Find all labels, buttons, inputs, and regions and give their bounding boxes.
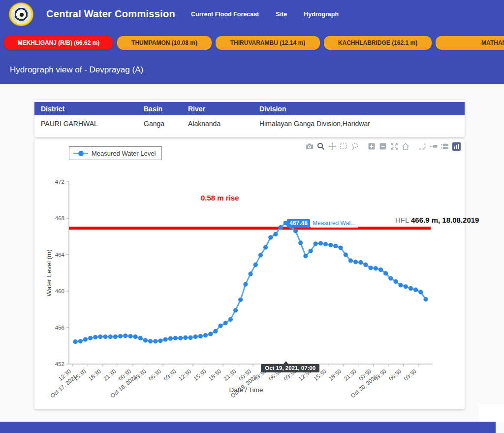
box-select-icon[interactable] — [339, 142, 348, 151]
lasso-select-icon[interactable] — [350, 142, 359, 151]
nav-hydrograph[interactable]: Hydrograph — [304, 11, 339, 18]
svg-text:12:30: 12:30 — [178, 368, 192, 382]
series-point — [413, 288, 418, 292]
svg-text:Water Level (m): Water Level (m) — [45, 249, 53, 297]
hfl-annotation: HFL 466.9 m, 18.08.2019 — [395, 216, 479, 224]
svg-text:09:30: 09:30 — [403, 368, 417, 382]
series-point — [333, 244, 338, 248]
series-point — [358, 260, 363, 265]
series-point — [268, 235, 273, 239]
series-point — [168, 336, 173, 341]
reset-axes-home-icon[interactable] — [401, 142, 410, 151]
zoom-out-icon[interactable] — [378, 142, 387, 151]
series-point — [323, 242, 328, 246]
spike-lines-icon[interactable] — [418, 142, 427, 151]
svg-text:472: 472 — [55, 179, 64, 185]
autoscale-icon[interactable] — [390, 142, 399, 151]
nav-site[interactable]: Site — [276, 11, 287, 18]
series-point — [383, 271, 388, 275]
series-point — [348, 258, 353, 263]
station-tab-1[interactable]: THUMPAMON (10.08 m) — [117, 36, 212, 50]
svg-text:452: 452 — [55, 361, 64, 367]
legend[interactable]: Measured Water Level — [69, 146, 162, 160]
app-header: Central Water Commission Current Flood F… — [0, 0, 504, 28]
plotly-logo-icon[interactable] — [452, 142, 461, 151]
series-point — [418, 290, 423, 294]
series-point — [183, 335, 188, 340]
svg-text:18:30: 18:30 — [328, 368, 343, 382]
hover-closest-icon[interactable] — [429, 142, 438, 151]
svg-text:21:30: 21:30 — [343, 368, 357, 382]
svg-text:06:30: 06:30 — [148, 368, 162, 382]
series-point — [138, 336, 143, 340]
hfl-prefix: HFL — [395, 216, 409, 224]
hydrograph-plot[interactable]: 45245646046446847212:30Oct 17, 202115:30… — [34, 139, 465, 409]
content-area: District Basin River Division PAURI GARH… — [0, 84, 504, 422]
series-point — [83, 337, 88, 342]
cell-basin: Ganga — [144, 120, 188, 128]
series-point — [73, 339, 78, 344]
series-point — [388, 276, 393, 281]
svg-text:09:30: 09:30 — [162, 368, 177, 382]
hydrograph-banner: Hydrograph view of - Devprayag (A) — [0, 56, 504, 84]
series-point — [148, 339, 153, 343]
series-point — [213, 329, 218, 333]
series-point — [318, 241, 323, 245]
station-tab-3[interactable]: KACHHLABRIDGE (162.1 m) — [324, 36, 432, 50]
svg-text:15:30: 15:30 — [72, 368, 87, 382]
series-point — [123, 333, 127, 338]
series-point — [133, 334, 138, 339]
column-header-basin: Basin — [144, 105, 188, 113]
series-point — [344, 252, 348, 257]
series-point — [103, 334, 108, 339]
series-point — [108, 334, 113, 339]
plot-modebar — [305, 142, 461, 151]
app-title: Central Water Commission — [46, 8, 175, 20]
rise-annotation: 0.58 m rise — [201, 194, 239, 202]
series-point — [369, 266, 373, 270]
nav-current-flood-forecast[interactable]: Current Flood Forecast — [191, 11, 259, 18]
series-point — [158, 338, 162, 343]
pan-icon[interactable] — [328, 142, 337, 151]
series-point — [243, 282, 248, 287]
column-header-division: Division — [259, 105, 465, 113]
hover-value-badge: 467.48 — [287, 219, 310, 228]
table-header: District Basin River Division — [34, 102, 465, 115]
page-title: Hydrograph view of - Devprayag (A) — [10, 65, 143, 75]
series-point — [223, 321, 228, 325]
station-tab-2[interactable]: THIRUVARAMBU (12.14 m) — [216, 36, 320, 50]
svg-text:18:30: 18:30 — [88, 368, 102, 382]
table-row: PAURI GARHWAL Ganga Alaknanda Himalayan … — [34, 115, 465, 132]
download-camera-icon[interactable] — [305, 142, 314, 151]
series-point — [203, 333, 208, 337]
station-tab-4[interactable]: MATHANI ROAD BR — [436, 36, 504, 50]
series-point — [238, 298, 243, 302]
hover-compare-icon[interactable] — [441, 142, 449, 151]
series-point — [118, 334, 123, 338]
series-point — [298, 240, 303, 245]
xaxis-hover-tooltip: Oct 19, 2021, 07:00 — [261, 364, 319, 372]
hydrograph-card: 45245646046446847212:30Oct 17, 202115:30… — [34, 139, 465, 409]
cell-division: Himalayan Ganga Division,Haridwar — [259, 120, 465, 128]
svg-text:21:30: 21:30 — [102, 368, 117, 382]
series-line — [75, 223, 426, 342]
series-point — [78, 339, 83, 343]
station-tabs-strip: MEKHLIGANJ (R/B) (66.62 m)THUMPAMON (10.… — [0, 28, 504, 56]
hover-series-label: Measured Wat... — [311, 219, 358, 228]
zoom-icon[interactable] — [316, 142, 325, 151]
series-point — [163, 337, 168, 342]
series-point — [208, 332, 213, 336]
series-point — [248, 271, 252, 276]
series-point — [93, 335, 97, 339]
series-point — [273, 232, 278, 236]
svg-text:03:30: 03:30 — [132, 368, 147, 382]
series-point — [98, 334, 102, 339]
zoom-in-icon[interactable] — [367, 142, 376, 151]
station-tab-0[interactable]: MEKHLIGANJ (R/B) (66.62 m) — [4, 36, 113, 50]
footer-bar — [0, 422, 496, 433]
series-point — [363, 263, 368, 267]
series-point — [228, 317, 233, 322]
station-info-card: District Basin River Division PAURI GARH… — [34, 100, 465, 137]
svg-text:03:30: 03:30 — [373, 368, 387, 382]
series-point — [198, 334, 203, 338]
